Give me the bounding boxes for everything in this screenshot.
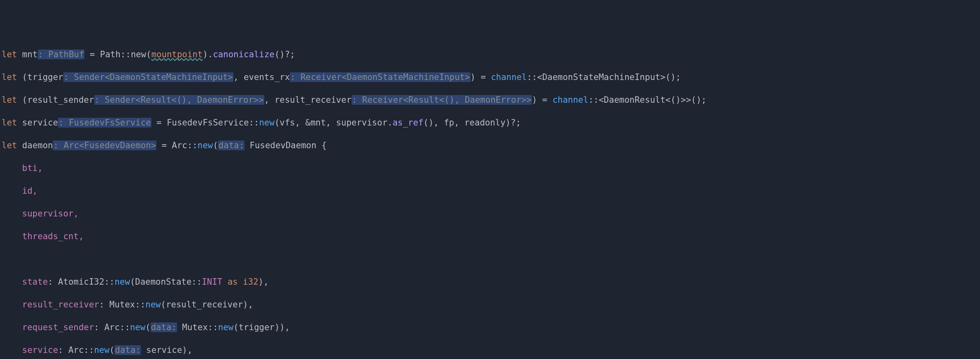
code-line[interactable]: let daemon: Arc<FusedevDaemon> = Arc::ne… — [2, 140, 978, 151]
code-line[interactable]: id, — [2, 185, 978, 197]
inlay-hint: : Receiver<DaemonStateMachineInput> — [290, 72, 471, 82]
code-line[interactable]: state: AtomicI32::new(DaemonState::INIT … — [2, 276, 978, 288]
code-line[interactable] — [2, 253, 978, 265]
code-line[interactable]: let (trigger: Sender<DaemonStateMachineI… — [2, 71, 978, 83]
inlay-hint: : PathBuf — [38, 50, 85, 59]
inlay-hint: data: — [218, 141, 244, 150]
fn-channel: channel — [491, 72, 527, 82]
inlay-hint: : Receiver<Result<(), DaemonError>> — [352, 95, 532, 105]
inlay-hint: : Sender<Result<(), DaemonError>> — [94, 95, 264, 105]
inlay-hint: data: — [151, 322, 177, 332]
code-line[interactable]: let service: FusedevFsService = FusedevF… — [2, 117, 978, 128]
code-line[interactable]: result_receiver: Mutex::new(result_recei… — [2, 299, 978, 310]
code-line[interactable]: bti, — [2, 162, 978, 174]
code-line[interactable]: service: Arc::new(data: service), — [2, 344, 978, 356]
code-line[interactable]: threads_cnt, — [2, 231, 978, 242]
code-line[interactable]: let mnt: PathBuf = Path::new(mountpoint)… — [2, 49, 978, 60]
param-mountpoint: mountpoint — [151, 50, 203, 59]
code-line[interactable]: supervisor, — [2, 208, 978, 219]
type-path: Path — [100, 50, 121, 59]
inlay-hint: : FusedevFsService — [58, 118, 151, 128]
inlay-hint: data: — [114, 345, 141, 355]
keyword-let: let — [2, 50, 17, 59]
inlay-hint: : Arc<FusedevDaemon> — [53, 141, 156, 150]
code-line[interactable]: request_sender: Arc::new(data: Mutex::ne… — [2, 322, 978, 333]
inlay-hint: : Sender<DaemonStateMachineInput> — [63, 72, 233, 82]
code-line[interactable]: let (result_sender: Sender<Result<(), Da… — [2, 94, 978, 106]
method-canonicalize: canonicalize — [213, 50, 274, 59]
ident-mnt: mnt — [22, 50, 38, 59]
